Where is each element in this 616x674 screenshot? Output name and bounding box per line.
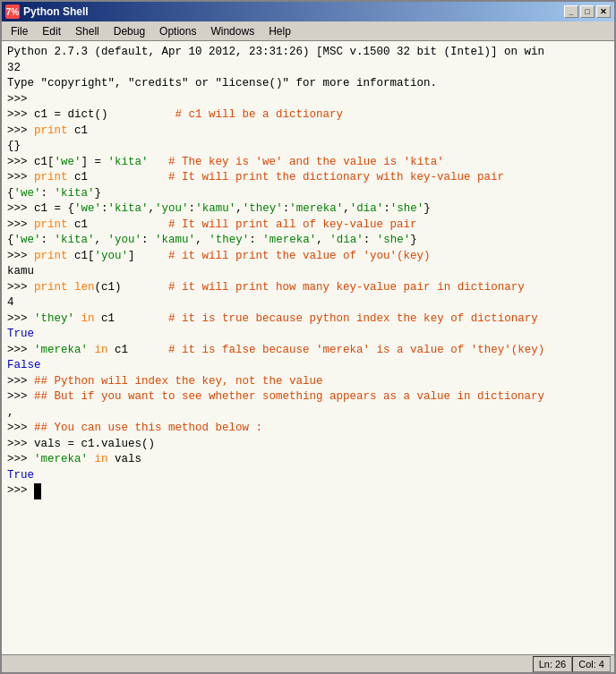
menu-windows[interactable]: Windows	[203, 23, 261, 39]
status-bar: Ln: 26 Col: 4	[2, 654, 614, 672]
comment-line-3: >>> ## You can use this method below :	[7, 421, 609, 437]
output-line-4: {}	[7, 139, 609, 155]
code-line-3: >>> c1['we'] = 'kita' # The key is 'we' …	[7, 155, 609, 171]
code-line-7: >>> print c1['you'] # it will print the …	[7, 249, 609, 265]
title-buttons: _ □ ✕	[564, 5, 611, 18]
shell-content[interactable]: Python 2.7.3 (default, Apr 10 2012, 23:3…	[2, 41, 614, 654]
code-line-1: >>> c1 = dict() # c1 will be a dictionar…	[7, 107, 609, 124]
main-window: 7% Python Shell _ □ ✕ File Edit Shell De…	[0, 0, 616, 674]
window-title: Python Shell	[23, 5, 89, 18]
title-bar: 7% Python Shell _ □ ✕	[2, 2, 614, 21]
output-line-5: {'we': 'kita'}	[7, 186, 609, 202]
output-4: 4	[7, 295, 609, 311]
code-line-11: >>> vals = c1.values()	[7, 437, 609, 453]
menu-shell[interactable]: Shell	[68, 23, 107, 39]
menu-options[interactable]: Options	[152, 23, 203, 39]
output-kamu: kamu	[7, 264, 609, 280]
code-line-4: >>> print c1 # It will print the diction…	[7, 170, 609, 186]
output-true-1: True	[7, 327, 609, 343]
close-button[interactable]: ✕	[596, 5, 611, 18]
prompt-line-1: >>>	[7, 92, 609, 108]
menu-bar: File Edit Shell Debug Options Windows He…	[2, 21, 614, 41]
app-icon: 7%	[5, 4, 20, 19]
minimize-button[interactable]: _	[564, 5, 578, 18]
output-line-1: Python 2.7.3 (default, Apr 10 2012, 23:3…	[7, 45, 609, 61]
col-number: Col: 4	[572, 656, 611, 672]
code-line-6: >>> print c1 # It will print all of key-…	[7, 218, 609, 234]
output-comma: ,	[7, 405, 609, 422]
code-line-10: >>> 'mereka' in c1 # it is false because…	[7, 343, 609, 359]
code-line-5: >>> c1 = {'we':'kita','you':'kamu','they…	[7, 201, 609, 218]
output-false-1: False	[7, 358, 609, 374]
line-number: Ln: 26	[533, 656, 573, 672]
output-line-2: 32	[7, 61, 609, 77]
menu-debug[interactable]: Debug	[107, 23, 152, 39]
code-line-12: >>> 'mereka' in vals	[7, 452, 609, 468]
code-line-2: >>> print c1	[7, 124, 609, 140]
code-line-9: >>> 'they' in c1 # it is true because py…	[7, 311, 609, 328]
menu-file[interactable]: File	[4, 23, 35, 39]
comment-line-1: >>> ## Python will index the key, not th…	[7, 374, 609, 390]
title-bar-left: 7% Python Shell	[5, 4, 89, 19]
prompt-cursor-line: >>>	[7, 483, 609, 499]
output-line-3: Type "copyright", "credits" or "license(…	[7, 76, 609, 92]
output-true-2: True	[7, 468, 609, 484]
menu-help[interactable]: Help	[261, 23, 298, 39]
code-line-8: >>> print len(c1) # it will print how ma…	[7, 280, 609, 296]
menu-edit[interactable]: Edit	[35, 23, 68, 39]
output-line-6: {'we': 'kita', 'you': 'kamu', 'they': 'm…	[7, 233, 609, 249]
maximize-button[interactable]: □	[580, 5, 595, 18]
comment-line-2: >>> ## But if you want to see whether so…	[7, 389, 609, 405]
